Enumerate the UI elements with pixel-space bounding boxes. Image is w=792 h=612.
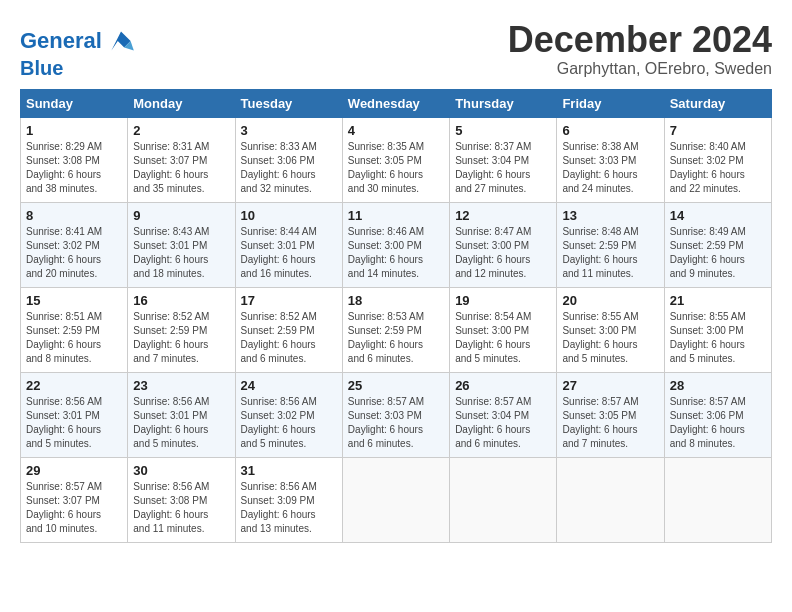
day-info: Sunrise: 8:29 AM Sunset: 3:08 PM Dayligh… (26, 140, 122, 196)
day-info: Sunrise: 8:56 AM Sunset: 3:09 PM Dayligh… (241, 480, 337, 536)
day-info: Sunrise: 8:33 AM Sunset: 3:06 PM Dayligh… (241, 140, 337, 196)
day-number: 3 (241, 123, 337, 138)
calendar-cell (557, 458, 664, 543)
day-number: 21 (670, 293, 766, 308)
calendar-cell: 28Sunrise: 8:57 AM Sunset: 3:06 PM Dayli… (664, 373, 771, 458)
logo-subtext: Blue (20, 57, 137, 79)
day-info: Sunrise: 8:52 AM Sunset: 2:59 PM Dayligh… (133, 310, 229, 366)
day-header-saturday: Saturday (664, 90, 771, 118)
day-number: 13 (562, 208, 658, 223)
calendar-cell: 9Sunrise: 8:43 AM Sunset: 3:01 PM Daylig… (128, 203, 235, 288)
day-info: Sunrise: 8:56 AM Sunset: 3:08 PM Dayligh… (133, 480, 229, 536)
day-number: 28 (670, 378, 766, 393)
calendar-cell: 1Sunrise: 8:29 AM Sunset: 3:08 PM Daylig… (21, 118, 128, 203)
day-header-sunday: Sunday (21, 90, 128, 118)
logo: General Blue (20, 25, 137, 79)
day-header-monday: Monday (128, 90, 235, 118)
day-info: Sunrise: 8:46 AM Sunset: 3:00 PM Dayligh… (348, 225, 444, 281)
calendar-cell: 22Sunrise: 8:56 AM Sunset: 3:01 PM Dayli… (21, 373, 128, 458)
calendar-cell: 3Sunrise: 8:33 AM Sunset: 3:06 PM Daylig… (235, 118, 342, 203)
day-number: 25 (348, 378, 444, 393)
day-number: 26 (455, 378, 551, 393)
day-number: 16 (133, 293, 229, 308)
logo-text: General (20, 29, 102, 53)
day-number: 5 (455, 123, 551, 138)
day-info: Sunrise: 8:31 AM Sunset: 3:07 PM Dayligh… (133, 140, 229, 196)
calendar-week-row: 29Sunrise: 8:57 AM Sunset: 3:07 PM Dayli… (21, 458, 772, 543)
day-info: Sunrise: 8:56 AM Sunset: 3:01 PM Dayligh… (26, 395, 122, 451)
day-header-thursday: Thursday (450, 90, 557, 118)
calendar-cell: 14Sunrise: 8:49 AM Sunset: 2:59 PM Dayli… (664, 203, 771, 288)
day-info: Sunrise: 8:57 AM Sunset: 3:04 PM Dayligh… (455, 395, 551, 451)
day-number: 17 (241, 293, 337, 308)
day-info: Sunrise: 8:53 AM Sunset: 2:59 PM Dayligh… (348, 310, 444, 366)
calendar-cell: 10Sunrise: 8:44 AM Sunset: 3:01 PM Dayli… (235, 203, 342, 288)
day-info: Sunrise: 8:57 AM Sunset: 3:03 PM Dayligh… (348, 395, 444, 451)
day-info: Sunrise: 8:57 AM Sunset: 3:06 PM Dayligh… (670, 395, 766, 451)
day-number: 30 (133, 463, 229, 478)
calendar-week-row: 15Sunrise: 8:51 AM Sunset: 2:59 PM Dayli… (21, 288, 772, 373)
day-info: Sunrise: 8:57 AM Sunset: 3:07 PM Dayligh… (26, 480, 122, 536)
calendar-cell: 6Sunrise: 8:38 AM Sunset: 3:03 PM Daylig… (557, 118, 664, 203)
day-number: 22 (26, 378, 122, 393)
day-number: 6 (562, 123, 658, 138)
day-number: 2 (133, 123, 229, 138)
day-info: Sunrise: 8:41 AM Sunset: 3:02 PM Dayligh… (26, 225, 122, 281)
day-number: 31 (241, 463, 337, 478)
calendar-cell: 24Sunrise: 8:56 AM Sunset: 3:02 PM Dayli… (235, 373, 342, 458)
calendar-week-row: 22Sunrise: 8:56 AM Sunset: 3:01 PM Dayli… (21, 373, 772, 458)
calendar-header-row: SundayMondayTuesdayWednesdayThursdayFrid… (21, 90, 772, 118)
day-info: Sunrise: 8:56 AM Sunset: 3:01 PM Dayligh… (133, 395, 229, 451)
calendar-cell: 5Sunrise: 8:37 AM Sunset: 3:04 PM Daylig… (450, 118, 557, 203)
logo-icon (105, 25, 137, 57)
day-info: Sunrise: 8:43 AM Sunset: 3:01 PM Dayligh… (133, 225, 229, 281)
location-title: Garphyttan, OErebro, Sweden (508, 60, 772, 78)
day-number: 23 (133, 378, 229, 393)
day-number: 14 (670, 208, 766, 223)
calendar-cell: 15Sunrise: 8:51 AM Sunset: 2:59 PM Dayli… (21, 288, 128, 373)
day-number: 29 (26, 463, 122, 478)
day-number: 12 (455, 208, 551, 223)
day-number: 20 (562, 293, 658, 308)
calendar-cell: 29Sunrise: 8:57 AM Sunset: 3:07 PM Dayli… (21, 458, 128, 543)
day-info: Sunrise: 8:38 AM Sunset: 3:03 PM Dayligh… (562, 140, 658, 196)
day-info: Sunrise: 8:52 AM Sunset: 2:59 PM Dayligh… (241, 310, 337, 366)
day-info: Sunrise: 8:51 AM Sunset: 2:59 PM Dayligh… (26, 310, 122, 366)
calendar-cell: 18Sunrise: 8:53 AM Sunset: 2:59 PM Dayli… (342, 288, 449, 373)
calendar-cell: 13Sunrise: 8:48 AM Sunset: 2:59 PM Dayli… (557, 203, 664, 288)
calendar-cell: 19Sunrise: 8:54 AM Sunset: 3:00 PM Dayli… (450, 288, 557, 373)
day-info: Sunrise: 8:54 AM Sunset: 3:00 PM Dayligh… (455, 310, 551, 366)
day-header-tuesday: Tuesday (235, 90, 342, 118)
calendar-cell: 17Sunrise: 8:52 AM Sunset: 2:59 PM Dayli… (235, 288, 342, 373)
day-number: 7 (670, 123, 766, 138)
day-number: 19 (455, 293, 551, 308)
day-info: Sunrise: 8:37 AM Sunset: 3:04 PM Dayligh… (455, 140, 551, 196)
calendar-week-row: 8Sunrise: 8:41 AM Sunset: 3:02 PM Daylig… (21, 203, 772, 288)
day-info: Sunrise: 8:35 AM Sunset: 3:05 PM Dayligh… (348, 140, 444, 196)
day-number: 8 (26, 208, 122, 223)
day-info: Sunrise: 8:49 AM Sunset: 2:59 PM Dayligh… (670, 225, 766, 281)
day-info: Sunrise: 8:44 AM Sunset: 3:01 PM Dayligh… (241, 225, 337, 281)
day-info: Sunrise: 8:48 AM Sunset: 2:59 PM Dayligh… (562, 225, 658, 281)
calendar-cell (664, 458, 771, 543)
calendar-cell: 16Sunrise: 8:52 AM Sunset: 2:59 PM Dayli… (128, 288, 235, 373)
day-header-friday: Friday (557, 90, 664, 118)
day-number: 9 (133, 208, 229, 223)
calendar-cell: 30Sunrise: 8:56 AM Sunset: 3:08 PM Dayli… (128, 458, 235, 543)
title-area: December 2024 Garphyttan, OErebro, Swede… (508, 20, 772, 78)
calendar-cell: 4Sunrise: 8:35 AM Sunset: 3:05 PM Daylig… (342, 118, 449, 203)
day-number: 1 (26, 123, 122, 138)
calendar-cell: 20Sunrise: 8:55 AM Sunset: 3:00 PM Dayli… (557, 288, 664, 373)
calendar-cell: 7Sunrise: 8:40 AM Sunset: 3:02 PM Daylig… (664, 118, 771, 203)
calendar-cell (342, 458, 449, 543)
calendar-week-row: 1Sunrise: 8:29 AM Sunset: 3:08 PM Daylig… (21, 118, 772, 203)
calendar-table: SundayMondayTuesdayWednesdayThursdayFrid… (20, 89, 772, 543)
day-info: Sunrise: 8:40 AM Sunset: 3:02 PM Dayligh… (670, 140, 766, 196)
calendar-cell: 31Sunrise: 8:56 AM Sunset: 3:09 PM Dayli… (235, 458, 342, 543)
day-header-wednesday: Wednesday (342, 90, 449, 118)
day-number: 27 (562, 378, 658, 393)
day-info: Sunrise: 8:47 AM Sunset: 3:00 PM Dayligh… (455, 225, 551, 281)
day-number: 10 (241, 208, 337, 223)
day-number: 11 (348, 208, 444, 223)
day-number: 24 (241, 378, 337, 393)
